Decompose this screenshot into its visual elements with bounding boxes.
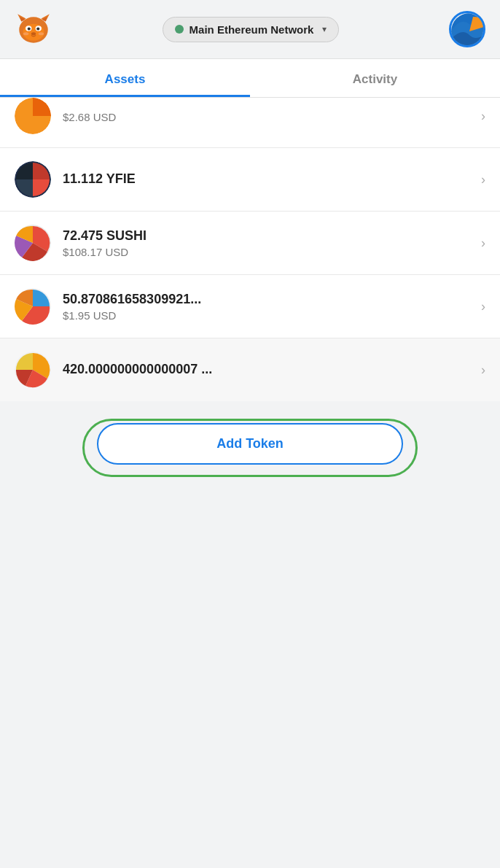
svg-point-10 <box>31 32 36 35</box>
sushi-amount: 72.475 SUSHI <box>63 228 474 244</box>
yfie-icon <box>15 161 51 198</box>
token3-icon <box>15 288 51 325</box>
svg-point-8 <box>28 27 31 30</box>
token3-chevron-icon: › <box>481 299 485 314</box>
tab-bar: Assets Activity <box>0 59 500 98</box>
chevron-right-icon: › <box>481 109 485 124</box>
chevron-down-icon: ▾ <box>322 24 327 34</box>
svg-point-12 <box>39 32 44 35</box>
token-item-yfie[interactable]: 11.112 YFIE › <box>0 148 500 212</box>
token-item-4[interactable]: 420.000000000000007 ... › <box>0 338 500 401</box>
token3-amount: 50.870861658309921... <box>63 291 474 308</box>
add-token-button[interactable]: Add Token <box>97 423 403 465</box>
token-info-partial: $2.68 USD <box>63 109 474 123</box>
token-list: $2.68 USD › 11.112 YFIE › <box>0 98 500 401</box>
token3-usd: $1.95 USD <box>63 309 474 322</box>
token4-info: 420.000000000000007 ... <box>63 361 474 378</box>
network-selector[interactable]: Main Ethereum Network ▾ <box>163 17 340 42</box>
tab-activity[interactable]: Activity <box>250 59 500 97</box>
yfie-chevron-icon: › <box>481 172 485 187</box>
svg-point-9 <box>36 27 39 30</box>
sushi-info: 72.475 SUSHI $108.17 USD <box>63 228 474 258</box>
network-name: Main Ethereum Network <box>190 23 314 36</box>
add-token-area: Add Token <box>0 401 500 494</box>
yfie-amount: 11.112 YFIE <box>63 171 474 187</box>
token4-amount: 420.000000000000007 ... <box>63 361 474 378</box>
avatar-icon <box>451 13 485 47</box>
token-item-sushi[interactable]: 72.475 SUSHI $108.17 USD › <box>0 212 500 275</box>
tab-assets[interactable]: Assets <box>0 59 250 97</box>
token-usd-partial: $2.68 USD <box>63 111 474 123</box>
token4-chevron-icon: › <box>481 363 485 378</box>
token-item-partial[interactable]: $2.68 USD › <box>0 98 500 148</box>
metamask-logo <box>15 10 52 48</box>
token4-icon <box>15 352 51 388</box>
token-item-3[interactable]: 50.870861658309921... $1.95 USD › <box>0 275 500 338</box>
svg-point-11 <box>23 32 28 35</box>
yfie-info: 11.112 YFIE <box>63 171 474 187</box>
sushi-usd: $108.17 USD <box>63 246 474 258</box>
header: Main Ethereum Network ▾ <box>0 0 500 59</box>
sushi-icon <box>15 225 51 261</box>
token3-info: 50.870861658309921... $1.95 USD <box>63 291 474 322</box>
sushi-chevron-icon: › <box>481 236 485 251</box>
network-status-dot <box>175 25 184 34</box>
account-avatar[interactable] <box>449 11 485 47</box>
token-icon-partial <box>15 98 51 134</box>
